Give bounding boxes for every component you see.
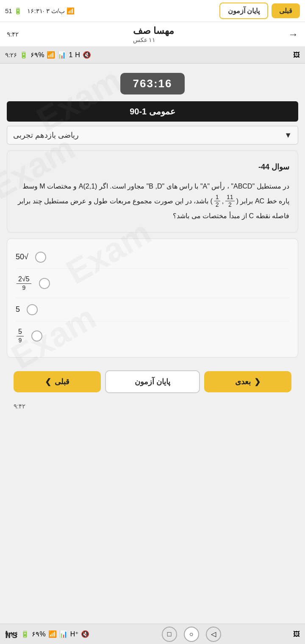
subject-dropdown[interactable]: ▼ ریاضی یازدهم تجربی <box>7 126 298 144</box>
status-bar-bottom: 🖼 ◁ ○ □ ۹:۲۶ 🔋 ۶۹% 📶 📊 H⁺ 🔇 <box>0 624 305 644</box>
radio-4[interactable] <box>31 330 42 341</box>
status-time-2: ۹:۲۶ <box>5 51 17 59</box>
next-button[interactable]: ❮ بعدی <box>204 371 291 392</box>
h-plus-bottom: H⁺ <box>70 630 79 638</box>
fraction-4-num-answer: 5 <box>17 328 24 337</box>
bottom-nav: ❮ بعدی پایان آزمون قبلی ❯ <box>7 366 298 397</box>
answer-option-2[interactable]: 5√2 9 <box>16 269 289 298</box>
status-bar-2: 🖼 ۹:۲۶ 🔋 ۶۹% 📶 📊 1 H 🔇 <box>0 47 305 64</box>
prev-button[interactable]: قبلی ❯ <box>14 371 101 392</box>
nav-square-icon[interactable]: □ <box>162 627 177 642</box>
answer-text-2: 5√2 9 <box>16 275 32 292</box>
signal-bottom: 📶 <box>48 630 57 638</box>
image-icon: 🖼 <box>293 51 300 58</box>
fraction-answer-4: 5 9 <box>17 328 24 344</box>
user-name: مهسا صف <box>133 25 174 36</box>
notification-bar: → مهسا صف ۱۱ عکس ۹:۴۲ <box>0 22 305 47</box>
num-icon: 1 <box>69 51 72 59</box>
battery-pct-bottom: ۶۹% <box>32 630 45 638</box>
answer-option-1[interactable]: √50 <box>16 246 289 269</box>
sqrt-symbol-1: √50 <box>16 253 28 261</box>
prev-button-top[interactable]: قبلی <box>272 3 300 18</box>
status-time-top: ب/ث ۳ ·۱۶:۳۱ 🔋 51 📶 <box>5 7 75 15</box>
end-exam-button-top[interactable]: پایان آزمون <box>219 3 268 19</box>
end-exam-button-bottom[interactable]: پایان آزمون <box>105 370 200 393</box>
radio-3[interactable] <box>27 304 38 315</box>
status-bottom-right: 🖼 <box>293 630 300 638</box>
h-icon: H <box>75 51 80 59</box>
signal-icon: 📶 <box>47 51 55 59</box>
radio-1[interactable] <box>35 252 46 263</box>
answer-text-3: 5 <box>16 305 20 314</box>
answer-option-4[interactable]: 5 9 <box>16 322 289 350</box>
fraction-2-num-answer: 5√2 <box>17 275 31 284</box>
user-info: مهسا صف ۱۱ عکس <box>133 25 174 43</box>
answer-text-1: √50 <box>16 253 28 261</box>
fraction-1-den: 2 <box>227 201 233 208</box>
fraction-2: 1 2 <box>214 194 220 208</box>
timer-container: 763:16 <box>7 73 298 94</box>
bar-icon: 📊 <box>58 51 66 59</box>
question-card: سوال 44- در مستطیل "ABCD" ، رأس "A" با ر… <box>7 150 298 233</box>
answer-value-3: 5 <box>16 305 20 314</box>
battery-icon-top: 🔋 <box>14 7 22 14</box>
nav-home-icon[interactable]: ○ <box>184 627 199 642</box>
dropdown-arrow: ▼ <box>284 131 292 140</box>
mute-icon: 🔇 <box>83 51 91 59</box>
bars-bottom: 📊 <box>59 630 68 638</box>
section-header: عمومی 1-90 <box>7 101 298 122</box>
top-left-group: قبلی پایان آزمون <box>219 3 300 19</box>
irs-label: Irs <box>0 625 22 644</box>
battery-icon-2: 🔋 <box>19 51 28 59</box>
fraction-2-den-answer: 9 <box>20 284 27 291</box>
timer-display: 763:16 <box>120 73 185 94</box>
battery-percent-2: ۶۹% <box>30 51 44 59</box>
fraction-1: 11 2 <box>225 194 235 208</box>
status-right-icon: 🖼 <box>293 51 300 59</box>
subject-label: ریاضی یازدهم تجربی <box>13 130 79 140</box>
next-label: بعدی <box>235 377 251 386</box>
question-text: در مستطیل "ABCD" ، رأس "A" با راس های "B… <box>16 179 289 224</box>
answer-option-3[interactable]: 5 <box>16 298 289 322</box>
answers-card: √50 5√2 9 5 5 <box>7 239 298 358</box>
fraction-1-num: 11 <box>225 194 235 201</box>
prev-label: قبلی <box>55 377 69 386</box>
question-number: سوال 44- <box>16 159 289 175</box>
battery-level: 51 <box>5 7 12 14</box>
status-left-icons: ۹:۲۶ 🔋 ۶۹% 📶 📊 1 H 🔇 <box>5 51 91 59</box>
bottom-time: ۹:۴۲ <box>7 401 298 412</box>
image-icon-bottom: 🖼 <box>293 630 300 638</box>
fraction-2-num: 1 <box>214 194 220 201</box>
fraction-4-den-answer: 9 <box>17 336 24 344</box>
mute-bottom: 🔇 <box>81 630 89 638</box>
prev-icon: ❯ <box>45 377 51 386</box>
main-content: Exam Exam Exam Exam 763:16 عمومی 1-90 ▼ … <box>0 64 305 572</box>
radio-2[interactable] <box>39 278 50 289</box>
notification-time: ۹:۴۲ <box>7 31 19 38</box>
arrow-icon[interactable]: → <box>288 28 298 40</box>
nav-back-icon[interactable]: ◁ <box>206 627 221 642</box>
next-icon: ❮ <box>254 377 261 386</box>
user-photos: ۱۱ عکس <box>133 36 156 43</box>
answer-text-4: 5 9 <box>16 328 25 344</box>
fraction-answer-2: 5√2 9 <box>17 275 31 292</box>
time-display-top: ب/ث ۳ ·۱۶:۳۱ <box>27 7 65 14</box>
status-bar-top: قبلی پایان آزمون ب/ث ۳ ·۱۶:۳۱ 🔋 51 📶 <box>0 0 305 22</box>
fraction-2-den: 2 <box>214 201 220 208</box>
wifi-icon: 📶 <box>67 7 75 14</box>
nav-dots: ◁ ○ □ <box>162 627 221 642</box>
